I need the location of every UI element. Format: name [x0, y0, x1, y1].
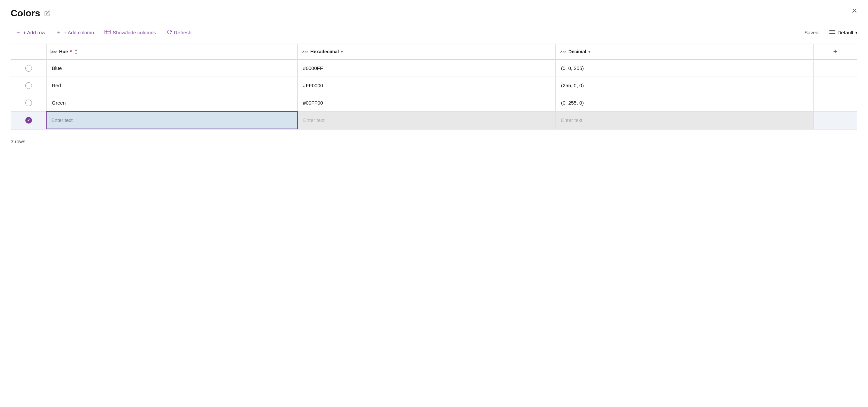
saved-label: Saved: [804, 30, 819, 35]
add-column-plus-button[interactable]: +: [818, 47, 853, 56]
th-decimal: Abc Decimal ▾: [556, 44, 814, 60]
chevron-down-icon: ▾: [855, 30, 857, 35]
table-header-row: Abc Hue * ▲ ▼ Abc Hexadecimal: [11, 44, 857, 60]
td-decimal-3: (0, 255, 0): [556, 94, 814, 112]
default-label: Default: [837, 30, 854, 35]
col-type-icon-hex: Abc: [302, 49, 308, 54]
th-add: +: [813, 44, 857, 60]
add-column-button[interactable]: ＋ + Add column: [51, 27, 98, 38]
row-radio-3[interactable]: [25, 99, 32, 106]
td-select-2[interactable]: [11, 77, 46, 94]
th-hex-label: Hexadecimal: [310, 49, 339, 54]
hex-value-1: #0000FF: [303, 65, 323, 71]
sort-icons-hue[interactable]: ▲ ▼: [74, 48, 78, 55]
table-row: Green #00FF00 (0, 255, 0): [11, 94, 857, 112]
hamburger-icon: [829, 30, 835, 35]
hue-value-2: Red: [52, 83, 61, 88]
hex-value-2: #FF0000: [303, 83, 323, 88]
data-table: Abc Hue * ▲ ▼ Abc Hexadecimal: [11, 43, 857, 129]
rows-count: 3 rows: [11, 139, 857, 144]
edit-icon[interactable]: [44, 10, 50, 16]
add-column-label: + Add column: [64, 30, 94, 35]
hex-chevron-icon[interactable]: ▾: [341, 50, 343, 54]
refresh-button[interactable]: Refresh: [162, 27, 196, 38]
toolbar: ＋ + Add row ＋ + Add column Show/hide col…: [11, 27, 857, 38]
row-radio-1[interactable]: [25, 65, 32, 71]
add-row-button[interactable]: ＋ + Add row: [11, 27, 50, 38]
td-hue-1: Blue: [46, 60, 298, 77]
td-decimal-2: (255, 0, 0): [556, 77, 814, 94]
hex-value-3: #00FF00: [303, 100, 323, 106]
sort-down-icon[interactable]: ▼: [74, 52, 78, 55]
td-select-new[interactable]: [11, 112, 46, 129]
show-hide-label: Show/hide columns: [113, 30, 156, 35]
th-select: [11, 44, 46, 60]
new-row: Enter text Enter text: [11, 112, 857, 129]
title-row: Colors: [11, 8, 857, 19]
toolbar-divider: [824, 29, 824, 36]
td-select-3[interactable]: [11, 94, 46, 112]
refresh-icon: [167, 29, 172, 36]
decimal-value-1: (0, 0, 255): [561, 65, 584, 71]
td-hue-new[interactable]: [46, 112, 298, 129]
td-hex-3: #00FF00: [298, 94, 556, 112]
table-row: Blue #0000FF (0, 0, 255): [11, 60, 857, 77]
toolbar-right: Saved Default ▾: [804, 29, 857, 36]
refresh-label: Refresh: [174, 30, 192, 35]
required-star: *: [70, 49, 71, 54]
close-button[interactable]: ✕: [851, 7, 857, 14]
hex-placeholder-new: Enter text: [303, 117, 324, 123]
row-radio-new-checked[interactable]: [25, 117, 32, 123]
hue-value-1: Blue: [52, 65, 62, 71]
table-row: Red #FF0000 (255, 0, 0): [11, 77, 857, 94]
main-container: Colors ＋ + Add row ＋ + Add column: [0, 0, 868, 152]
td-hue-2: Red: [46, 77, 298, 94]
col-type-icon-hue: Abc: [51, 49, 57, 54]
svg-rect-0: [105, 30, 110, 34]
th-decimal-label: Decimal: [568, 49, 586, 54]
add-row-label: + Add row: [23, 30, 45, 35]
add-row-icon: ＋: [15, 29, 21, 36]
hue-input-new[interactable]: [51, 117, 293, 123]
decimal-value-2: (255, 0, 0): [561, 83, 584, 88]
decimal-value-3: (0, 255, 0): [561, 100, 584, 106]
th-hue: Abc Hue * ▲ ▼: [46, 44, 298, 60]
td-select-1[interactable]: [11, 60, 46, 77]
default-button[interactable]: Default ▾: [829, 30, 857, 35]
td-empty-new: [813, 112, 857, 129]
show-hide-icon: [104, 30, 111, 35]
row-radio-2[interactable]: [25, 82, 32, 89]
td-hex-1: #0000FF: [298, 60, 556, 77]
hue-value-3: Green: [52, 100, 66, 106]
th-hue-label: Hue: [59, 49, 68, 54]
td-hue-3: Green: [46, 94, 298, 112]
col-type-icon-decimal: Abc: [560, 49, 566, 54]
th-hexadecimal: Abc Hexadecimal ▾: [298, 44, 556, 60]
page-title: Colors: [11, 8, 40, 19]
td-empty-2: [813, 77, 857, 94]
td-empty-1: [813, 60, 857, 77]
td-hex-2: #FF0000: [298, 77, 556, 94]
decimal-chevron-icon[interactable]: ▾: [588, 50, 590, 54]
decimal-placeholder-new: Enter text: [561, 117, 582, 123]
td-decimal-new[interactable]: Enter text: [556, 112, 814, 129]
td-decimal-1: (0, 0, 255): [556, 60, 814, 77]
show-hide-button[interactable]: Show/hide columns: [100, 28, 160, 37]
sort-up-icon[interactable]: ▲: [74, 48, 78, 52]
td-hex-new[interactable]: Enter text: [298, 112, 556, 129]
td-empty-3: [813, 94, 857, 112]
add-column-icon: ＋: [56, 29, 62, 36]
